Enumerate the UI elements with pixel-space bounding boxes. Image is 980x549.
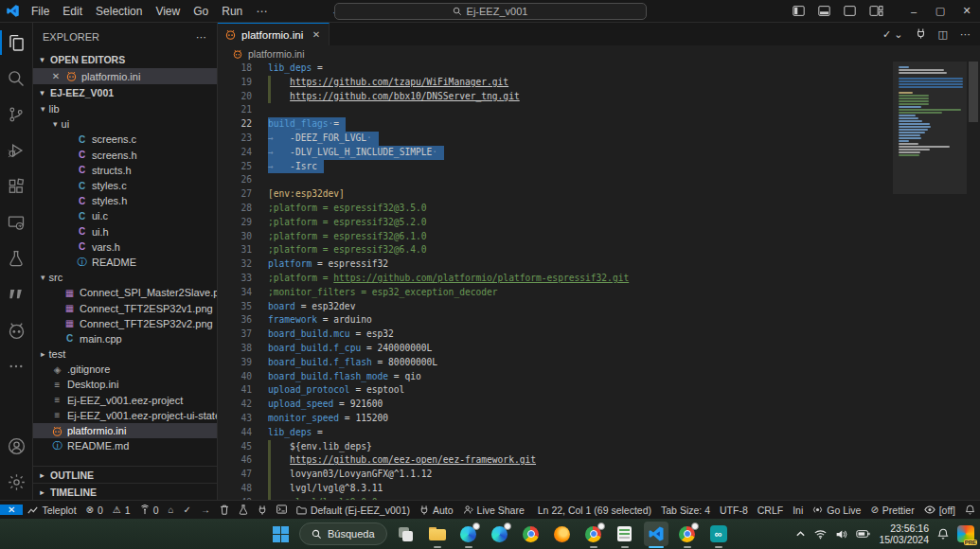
- taskbar-edge-browser-2[interactable]: [488, 522, 512, 546]
- status-liveshare[interactable]: Live Share: [458, 505, 529, 516]
- status-bell[interactable]: [960, 501, 980, 519]
- close-icon[interactable]: ✕: [50, 71, 62, 81]
- customize-layout-icon[interactable]: [869, 5, 883, 17]
- status-golive[interactable]: Go Live: [808, 501, 865, 519]
- tree-item-styles-c[interactable]: Cstyles.c: [33, 178, 217, 193]
- toggle-panel-icon[interactable]: [818, 5, 830, 17]
- status-check[interactable]: ✓: [179, 505, 196, 515]
- breadcrumb[interactable]: platformio.ini: [218, 45, 980, 62]
- menu-selection[interactable]: Selection: [89, 2, 149, 21]
- tree-item-ej-eez-v001-eez-project-ui-state[interactable]: ≡Ej-EEZ_v001.eez-project-ui-state: [33, 408, 217, 423]
- menu-view[interactable]: View: [149, 2, 187, 21]
- tree-item-lib[interactable]: ▾lib: [33, 101, 217, 116]
- outline-header[interactable]: ▸ OUTLINE: [33, 466, 217, 483]
- tree-item-readme-md[interactable]: ⓘREADME.md: [33, 438, 217, 453]
- status-trash[interactable]: [215, 505, 234, 515]
- taskbar-task-view[interactable]: [394, 522, 419, 546]
- taskbar-editor-app[interactable]: [613, 522, 637, 546]
- taskbar-edge-browser[interactable]: [456, 522, 481, 546]
- status-ln-22-col-1-69-selected-[interactable]: Ln 22, Col 1 (69 selected): [533, 501, 656, 519]
- tree-item-desktop-ini[interactable]: ≡Desktop.ini: [33, 377, 217, 392]
- editor-action-serial-monitor-plug[interactable]: [916, 27, 926, 41]
- status-terminal[interactable]: [272, 505, 292, 514]
- status-warn[interactable]: ⚠1: [108, 505, 135, 516]
- maximize-button[interactable]: ▢: [927, 0, 953, 22]
- taskbar-search[interactable]: Búsqueda: [299, 522, 387, 545]
- menu-edit[interactable]: Edit: [56, 2, 89, 21]
- start-button[interactable]: [268, 522, 293, 546]
- menu-go[interactable]: Go: [187, 2, 215, 21]
- tree-item-connect-tft2esp32v2-png[interactable]: ▦Connect_TFT2ESP32v2.png: [33, 316, 217, 331]
- status-tab-size-4[interactable]: Tab Size: 4: [656, 501, 715, 519]
- status-antenna[interactable]: 0: [135, 505, 164, 516]
- tree-item-structs-h[interactable]: Cstructs.h: [33, 163, 217, 178]
- activity-remote-explorer-icon[interactable]: [0, 204, 33, 240]
- scrollbar-thumb[interactable]: [969, 62, 978, 122]
- status-eye[interactable]: [off]: [919, 501, 960, 519]
- tree-item-test[interactable]: ▸test: [33, 346, 217, 362]
- notifications-bell-icon[interactable]: [937, 528, 949, 540]
- tree-item-screens-c[interactable]: Cscreens.c: [33, 132, 217, 147]
- wifi-icon[interactable]: [814, 529, 827, 540]
- activity-search-icon[interactable]: [0, 61, 33, 97]
- taskbar-chrome-app-2[interactable]: [675, 522, 700, 546]
- status-chart[interactable]: Teleplot: [23, 505, 80, 516]
- minimize-button[interactable]: –: [900, 0, 927, 22]
- tree-item-styles-h[interactable]: Cstyles.h: [33, 193, 217, 208]
- tree-item-readme[interactable]: ⓘREADME: [33, 255, 217, 270]
- menu-file[interactable]: File: [25, 2, 56, 21]
- status-flask[interactable]: [234, 505, 253, 515]
- status-prettier[interactable]: ⊘Prettier: [865, 501, 918, 519]
- minimap-slider[interactable]: [893, 62, 967, 194]
- command-center-search[interactable]: Ej-EEZ_v001: [334, 3, 647, 20]
- tree-item-connect-tft2esp32v1-png[interactable]: ▦Connect_TFT2ESP32v1.png: [33, 300, 217, 315]
- code-editor[interactable]: 18lib_deps =19 https://github.com/tzapu/…: [218, 62, 893, 500]
- status-ini[interactable]: Ini: [788, 501, 808, 519]
- taskbar-vscode[interactable]: [644, 522, 668, 546]
- status-arrow-right[interactable]: →: [196, 505, 215, 515]
- tree-item-src[interactable]: ▾src: [33, 270, 217, 285]
- status-utf-8[interactable]: UTF-8: [715, 501, 753, 519]
- tree-item-main-cpp[interactable]: Cmain.cpp: [33, 331, 217, 346]
- activity-extensions-icon[interactable]: [0, 168, 33, 204]
- tree-item-ui-c[interactable]: Cui.c: [33, 208, 217, 223]
- open-editor-platformio[interactable]: ✕ platformio.ini: [33, 68, 217, 84]
- activity-comments-icon[interactable]: [0, 276, 33, 312]
- tree-item--gitignore[interactable]: ◈.gitignore: [33, 362, 217, 377]
- tree-item-ui-h[interactable]: Cui.h: [33, 224, 217, 239]
- vertical-scrollbar[interactable]: [967, 62, 980, 500]
- tree-item-screens-h[interactable]: Cscreens.h: [33, 148, 217, 163]
- status-crlf[interactable]: CRLF: [753, 501, 788, 519]
- status-home[interactable]: ⌂: [163, 505, 178, 515]
- activity-more-icon[interactable]: [0, 348, 33, 384]
- taskbar-chrome-browser[interactable]: [519, 522, 543, 546]
- tree-item-vars-h[interactable]: Cvars.h: [33, 239, 217, 255]
- volume-icon[interactable]: [835, 529, 847, 540]
- editor-action-split-editor[interactable]: ◫: [938, 28, 948, 41]
- activity-testing-icon[interactable]: [0, 240, 33, 276]
- tree-item-ej-eez-v001-eez-project[interactable]: ≡Ej-EEZ_v001.eez-project: [33, 393, 217, 408]
- status-plug[interactable]: Auto: [415, 505, 458, 516]
- activity-run-debug-icon[interactable]: [0, 133, 33, 168]
- tree-item-connect-spi-master2slave-png[interactable]: ▦Connect_SPI_Master2Slave.png: [33, 285, 217, 300]
- close-button[interactable]: ✕: [953, 0, 980, 22]
- tree-item-ui[interactable]: ▾ui: [33, 116, 217, 132]
- activity-settings-icon[interactable]: [0, 464, 33, 500]
- timeline-header[interactable]: ▸ TIMELINE: [33, 483, 217, 500]
- tree-item-platformio-ini[interactable]: platformio.ini: [33, 423, 217, 438]
- activity-platformio-icon[interactable]: [0, 312, 33, 348]
- status-plug[interactable]: [253, 505, 272, 515]
- status-folder[interactable]: Default (Ej-EEZ_v001): [292, 505, 415, 516]
- open-editors-header[interactable]: ▾ OPEN EDITORS: [33, 51, 217, 68]
- toggle-secondary-sidebar-icon[interactable]: [844, 5, 856, 17]
- editor-action-run-check[interactable]: ✓ ⌄: [882, 28, 903, 41]
- tab-close-icon[interactable]: ✕: [311, 29, 322, 40]
- minimap[interactable]: [893, 62, 967, 500]
- workspace-root-header[interactable]: ▾ EJ-EEZ_V001: [33, 84, 217, 101]
- taskbar-chrome-app-1[interactable]: [581, 522, 606, 546]
- activity-explorer-icon[interactable]: [0, 25, 33, 61]
- taskbar-file-explorer[interactable]: [425, 522, 450, 546]
- tray-clock[interactable]: 23:56:16 15/03/2024: [879, 522, 929, 545]
- taskbar-arduino-ide[interactable]: ∞: [706, 522, 731, 546]
- copilot-icon[interactable]: PRE: [957, 525, 974, 542]
